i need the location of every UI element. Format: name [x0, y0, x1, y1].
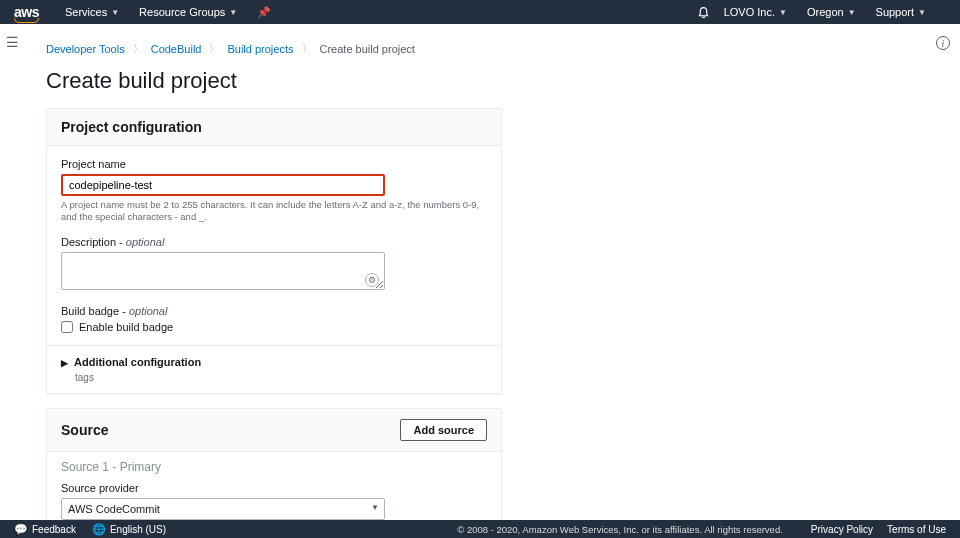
project-name-input[interactable] — [61, 174, 385, 196]
top-nav: aws Services ▼ Resource Groups ▼ 📌 LOVO … — [0, 0, 960, 24]
gear-icon[interactable]: ⚙ — [365, 273, 379, 287]
language-selector[interactable]: 🌐 English (US) — [92, 523, 166, 536]
privacy-link[interactable]: Privacy Policy — [811, 524, 873, 535]
project-config-title: Project configuration — [61, 119, 202, 135]
chevron-right-icon: 〉 — [209, 42, 219, 56]
nav-region[interactable]: Oregon ▼ — [807, 6, 856, 18]
project-config-panel: Project configuration Project name A pro… — [46, 108, 502, 394]
caret-down-icon: ▼ — [779, 8, 787, 17]
caret-down-icon: ▼ — [848, 8, 856, 17]
source-panel: Source Add source Source 1 - Primary Sou… — [46, 408, 502, 520]
pin-icon[interactable]: 📌 — [257, 6, 271, 19]
source-title: Source — [61, 422, 108, 438]
chevron-right-icon: 〉 — [133, 42, 143, 56]
source-header: Source Add source — [47, 409, 501, 452]
project-config-header: Project configuration — [47, 109, 501, 146]
nav-support-label: Support — [876, 6, 915, 18]
main-content: Developer Tools 〉 CodeBuild 〉 Build proj… — [20, 24, 932, 520]
triangle-right-icon: ▶ — [61, 356, 68, 370]
source-subsection: Source 1 - Primary — [47, 452, 501, 478]
info-icon[interactable]: i — [936, 36, 950, 50]
source-provider-select[interactable]: AWS CodeCommit — [61, 498, 385, 520]
caret-down-icon: ▼ — [111, 8, 119, 17]
description-textarea[interactable] — [61, 252, 385, 290]
crumb-developer-tools[interactable]: Developer Tools — [46, 43, 125, 55]
footer: 💬 Feedback 🌐 English (US) © 2008 - 2020,… — [0, 520, 960, 538]
additional-config-expander[interactable]: ▶ Additional configuration — [61, 356, 487, 370]
description-label: Description - optional — [61, 236, 487, 248]
chevron-right-icon: 〉 — [302, 42, 312, 56]
notifications-icon[interactable] — [697, 6, 710, 19]
copyright-text: © 2008 - 2020, Amazon Web Services, Inc.… — [457, 524, 783, 535]
caret-down-icon: ▼ — [229, 8, 237, 17]
add-source-button[interactable]: Add source — [400, 419, 487, 441]
caret-down-icon: ▼ — [918, 8, 926, 17]
page-title: Create build project — [46, 68, 906, 94]
nav-account[interactable]: LOVO Inc. ▼ — [724, 6, 787, 18]
build-badge-label: Build badge - optional — [61, 305, 487, 317]
project-name-help: A project name must be 2 to 255 characte… — [61, 199, 487, 224]
nav-services-label: Services — [65, 6, 107, 18]
caret-down-icon: ▼ — [371, 503, 379, 512]
aws-logo[interactable]: aws — [14, 4, 39, 20]
source-provider-label: Source provider — [61, 482, 487, 494]
crumb-codebuild[interactable]: CodeBuild — [151, 43, 202, 55]
enable-build-badge-checkbox[interactable] — [61, 321, 73, 333]
crumb-current: Create build project — [320, 43, 415, 55]
nav-resource-groups-label: Resource Groups — [139, 6, 225, 18]
terms-link[interactable]: Terms of Use — [887, 524, 946, 535]
project-name-label: Project name — [61, 158, 487, 170]
nav-resource-groups[interactable]: Resource Groups ▼ — [139, 6, 237, 18]
feedback-link[interactable]: 💬 Feedback — [14, 523, 76, 536]
breadcrumb: Developer Tools 〉 CodeBuild 〉 Build proj… — [46, 42, 906, 56]
speech-bubble-icon: 💬 — [14, 523, 28, 536]
nav-support[interactable]: Support ▼ — [876, 6, 926, 18]
nav-account-label: LOVO Inc. — [724, 6, 775, 18]
nav-services[interactable]: Services ▼ — [65, 6, 119, 18]
nav-region-label: Oregon — [807, 6, 844, 18]
globe-icon: 🌐 — [92, 523, 106, 536]
enable-build-badge-text: Enable build badge — [79, 321, 173, 333]
sidebar-toggle-icon[interactable]: ☰ — [6, 34, 19, 50]
crumb-build-projects[interactable]: Build projects — [227, 43, 293, 55]
additional-config-sub: tags — [75, 372, 487, 383]
